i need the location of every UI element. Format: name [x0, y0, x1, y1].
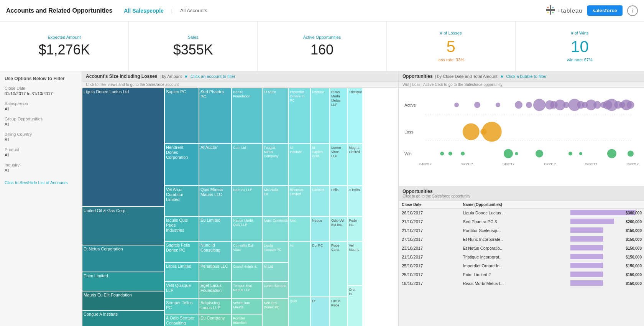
bubble-win[interactable] — [568, 152, 572, 156]
treemap-cell[interactable]: Nec OrciDonec PC — [263, 299, 288, 326]
bubble-active[interactable] — [533, 99, 545, 111]
treemap-cell[interactable]: Grand Hotels & — [232, 263, 262, 282]
bubble-win[interactable] — [579, 152, 582, 155]
treemap-cell[interactable]: IdInstitute — [289, 144, 310, 186]
treemap-cell[interactable]: RisusMorbiMetusLLP — [330, 88, 347, 143]
treemap-cell[interactable]: MagnaLimited — [348, 144, 363, 186]
treemap-cell[interactable]: Convallis EstVitae — [232, 242, 262, 262]
treemap-cell[interactable]: FeugiatMetusCompany — [263, 144, 288, 186]
accounts-filter[interactable]: All Accounts — [180, 8, 545, 13]
bubble-active[interactable] — [563, 102, 569, 108]
table-row[interactable]: 21/10/2017 Porttitor Scelerisqu.. $150,0… — [399, 226, 644, 235]
bubble-chart-link[interactable]: Click a bubble to filter — [506, 74, 547, 79]
bubble-win[interactable] — [504, 149, 513, 158]
treemap-cell[interactable]: Tempor EratNeque LLP — [232, 282, 262, 299]
bubble-win[interactable] — [607, 149, 616, 158]
treemap-cell[interactable]: PedeInc. — [348, 217, 363, 241]
treemap-cell[interactable]: Ligula Donec Luctus Ltd — [82, 88, 164, 207]
treemap-cell[interactable]: Porttitor — [311, 88, 330, 143]
opportunities-table-panel[interactable]: Opportunities Click to go to the Salesfo… — [399, 186, 644, 326]
bubble-active[interactable] — [593, 101, 601, 109]
treemap-cell[interactable]: OrciIn — [348, 286, 363, 326]
treemap-link[interactable]: Click an account to filter — [191, 74, 235, 79]
treemap-canvas[interactable]: Ligula Donec Luctus LtdUnited Oil & Gas … — [82, 88, 398, 326]
treemap-cell[interactable]: PedeCorp. — [330, 242, 347, 297]
bubble-win[interactable] — [515, 152, 518, 155]
treemap-cell[interactable]: Et Netus Corporation — [82, 245, 164, 272]
bubble-loss[interactable] — [482, 122, 502, 142]
bubble-active[interactable] — [627, 101, 634, 109]
treemap-cell[interactable]: LacusPede — [330, 297, 347, 326]
treemap-cell[interactable]: Cum Ltd — [232, 144, 262, 186]
treemap-cell[interactable]: Sagittis FelisDonec PC — [165, 242, 199, 262]
bubble-active[interactable] — [454, 103, 459, 107]
treemap-cell[interactable]: A Enim — [348, 186, 363, 216]
treemap-cell[interactable]: Et Nunc — [263, 88, 288, 143]
treemap-cell[interactable]: Ultricies — [311, 186, 330, 216]
bubble-win[interactable] — [536, 150, 543, 158]
treemap-cell[interactable]: Mauris Eu Elit Foundation — [82, 291, 164, 310]
bubble-win[interactable] — [440, 152, 444, 156]
treemap-cell[interactable]: Congue A Institute — [82, 311, 164, 326]
bubble-win[interactable] — [628, 151, 634, 157]
treemap-cell[interactable]: AdipiscingLacus LLP — [199, 299, 232, 314]
treemap-cell[interactable]: Dui PC — [311, 242, 330, 297]
treemap-cell[interactable]: HendreritDonecCorporation — [165, 144, 199, 186]
treemap-cell[interactable]: RhoncusLimited — [289, 186, 310, 216]
salesperson-filter[interactable]: All Salespeople — [124, 8, 163, 14]
treemap-cell[interactable]: Odio VelEst Inc. — [330, 217, 347, 241]
bubble-win[interactable] — [461, 152, 465, 156]
bubble-loss[interactable] — [463, 123, 480, 140]
table-row[interactable]: 25/10/2017 Imperdiet Ornare In.. $150,00… — [399, 262, 644, 270]
treemap-cell[interactable]: Neque — [311, 217, 330, 241]
treemap-cell[interactable]: Eu Company — [199, 314, 232, 326]
table-row[interactable]: 27/10/2017 Et Nunc Incorporate.. $150,00… — [399, 235, 644, 244]
info-button[interactable]: i — [627, 5, 638, 16]
treemap-cell[interactable]: Sapien PC — [165, 88, 199, 143]
filter-product[interactable]: Product All — [5, 147, 77, 157]
treemap-cell[interactable]: Quis MassaMauris LLC — [199, 186, 232, 216]
table-row[interactable]: 18/10/2017 Risus Morbi Metus L.. $150,00… — [399, 279, 644, 288]
filter-close-date[interactable]: Close Date 01/10/2017 to 31/10/2017 — [5, 86, 77, 96]
treemap-cell[interactable]: IdSapienCras — [311, 144, 330, 186]
treemap-cell[interactable]: Mi Ltd — [263, 263, 288, 282]
filter-billing-country[interactable]: Billing Country All — [5, 132, 77, 142]
filter-industry[interactable]: Industry All — [5, 163, 77, 173]
treemap-cell[interactable]: Sed PhaetraPC — [199, 88, 232, 143]
treemap-cell[interactable]: Penatibus LLC — [199, 263, 232, 282]
treemap-cell[interactable]: LoremVitaeLLP — [330, 144, 347, 186]
treemap-cell[interactable]: Semper TellusPC — [165, 299, 199, 314]
treemap-cell[interactable]: Iaculis QuisPedeIndustries — [165, 217, 199, 241]
treemap-cell[interactable]: PorttitorInterdum — [232, 314, 262, 326]
treemap-cell[interactable]: DonecFoundation — [232, 88, 262, 143]
filter-group-opps[interactable]: Group Opportunities All — [5, 117, 77, 127]
treemap-cell[interactable]: Vel ArcuCurabiturLimited — [165, 186, 199, 216]
table-row[interactable]: 21/10/2017 Tristique Incorporat.. $150,0… — [399, 253, 644, 262]
treemap-cell[interactable]: VelMauris — [348, 242, 363, 285]
treemap-cell[interactable]: Velit QuisqueLLP — [165, 282, 199, 299]
treemap-cell[interactable]: Enim Limited — [82, 272, 164, 291]
treemap-cell[interactable]: ImperdietOrnare InPC — [289, 88, 310, 143]
treemap-cell[interactable]: Eget LacusFoundation — [199, 282, 232, 299]
treemap-cell[interactable]: Tristique — [348, 88, 363, 143]
treemap-cell[interactable]: LigulaAenean PC — [263, 242, 288, 262]
bubble-active[interactable] — [515, 101, 522, 109]
toggle-accounts-link[interactable]: Click to See/Hide List of Accounts — [5, 180, 77, 185]
treemap-cell[interactable]: Nisl NullaEu — [263, 186, 288, 216]
table-row[interactable]: 21/10/2017 Sed Phaetra PC 3 $200,000 — [399, 217, 644, 226]
treemap-cell[interactable]: Felis — [330, 186, 347, 216]
treemap-cell[interactable]: Neque MorbiQuis LLP — [232, 217, 262, 241]
treemap-cell[interactable]: Nunc IdConsulting — [199, 242, 232, 262]
treemap-cell[interactable]: Ac — [289, 242, 310, 297]
bubble-win[interactable] — [449, 152, 452, 156]
treemap-cell[interactable]: A Odio SemperConsulting — [165, 314, 199, 326]
bubble-active[interactable] — [496, 103, 500, 107]
treemap-cell[interactable]: Nec — [289, 217, 310, 241]
treemap-cell[interactable]: Nunc Commodo — [263, 217, 289, 241]
treemap-cell[interactable]: VestibulumMauris — [232, 299, 262, 314]
treemap-cell[interactable]: Lorem Semper — [263, 282, 288, 299]
filter-salesperson[interactable]: Salesperson All — [5, 101, 77, 111]
table-row[interactable]: 25/10/2017 Enim Limited 2 $150,000 — [399, 270, 644, 279]
treemap-cell[interactable]: At Auctor — [199, 144, 232, 186]
table-row[interactable]: 23/10/2017 Et Netus Corporatio.. $150,00… — [399, 244, 644, 253]
